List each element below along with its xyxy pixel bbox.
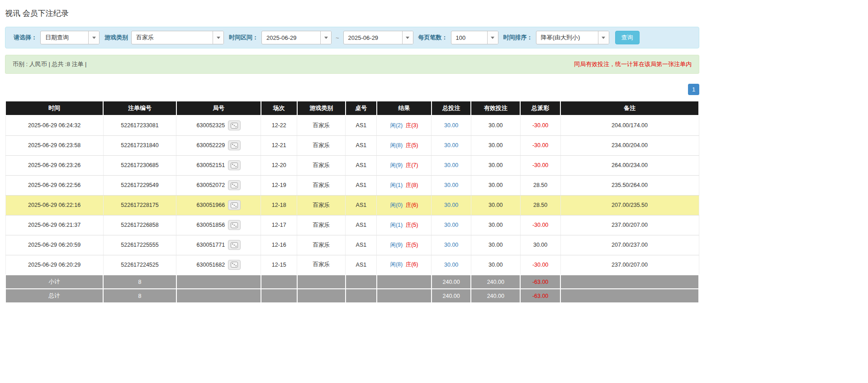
cell-session: 12-17 [261,215,297,235]
result-player: 闲(8) [390,261,403,268]
cell-remark: 207.00/237.00 [560,235,699,255]
cell-round-id: 630052151 [176,155,261,175]
round-detail-button[interactable] [228,120,241,130]
result-banker: 庄(3) [406,122,418,129]
cell-payout: -30.00 [520,255,560,275]
subtotal-valid-bet: 240.00 [471,275,520,289]
total-row: 总计 8 240.00 240.00 -63.00 [5,289,699,303]
result-player: 闲(8) [390,142,403,148]
cell-time: 2025-06-29 06:21:37 [5,215,103,235]
round-detail-button[interactable] [228,200,241,210]
page-button-1[interactable]: 1 [688,84,699,95]
total-bet-link[interactable]: 30.00 [444,162,458,168]
cell-total-bet: 30.00 [432,115,471,135]
total-bet-link[interactable]: 30.00 [444,202,458,208]
total-bet-link[interactable]: 30.00 [444,122,458,129]
header-session: 场次 [261,101,297,115]
date-from-value: 2025-06-29 [262,31,320,44]
subtotal-count: 8 [103,275,176,289]
subtotal-row: 小计 8 240.00 240.00 -63.00 [5,275,699,289]
date-from-dropdown[interactable]: 2025-06-29 [261,31,332,44]
cell-session: 12-15 [261,255,297,275]
round-id-text: 630051856 [197,222,225,228]
cell-valid-bet: 30.00 [471,155,520,175]
game-type-dropdown[interactable]: 百家乐 [131,31,224,44]
cell-game-type: 百家乐 [297,255,346,275]
total-bet-link[interactable]: 30.00 [444,182,458,188]
round-detail-button[interactable] [228,240,241,250]
round-detail-button[interactable] [228,140,241,150]
round-id-text: 630052072 [197,182,225,188]
total-bet-link[interactable]: 30.00 [444,222,458,228]
total-count: 8 [103,289,176,303]
cell-session: 12-16 [261,235,297,255]
dice-icon [231,262,238,268]
cell-table-no: AS1 [346,255,377,275]
cell-time: 2025-06-29 06:20:59 [5,235,103,255]
header-payout: 总派彩 [520,101,560,115]
cell-valid-bet: 30.00 [471,115,520,135]
dice-icon [231,242,238,248]
caret-down-icon[interactable] [320,31,331,44]
result-player: 闲(9) [390,162,403,168]
sort-order-dropdown[interactable]: 降幂(由大到小) [536,31,609,44]
cell-round-id: 630052325 [176,115,261,135]
cell-payout: -30.00 [520,215,560,235]
header-total-bet: 总投注 [432,101,471,115]
cell-round-id: 630052072 [176,175,261,195]
table-row: 2025-06-29 06:23:26 522617230685 6300521… [5,155,699,175]
total-valid-bet: 240.00 [471,289,520,303]
cell-valid-bet: 30.00 [471,255,520,275]
total-bet-link[interactable]: 30.00 [444,262,458,268]
caret-down-icon[interactable] [213,31,223,44]
round-id-text: 630052325 [197,122,225,129]
game-type-label: 游戏类别 [104,34,128,42]
round-detail-button[interactable] [228,220,241,230]
cell-payout: 30.00 [520,235,560,255]
header-remark: 备注 [560,101,699,115]
total-bet-link[interactable]: 30.00 [444,242,458,248]
cell-result: 闲(1) 庄(5) [377,215,432,235]
date-to-dropdown[interactable]: 2025-06-29 [343,31,413,44]
cell-session: 12-19 [261,175,297,195]
caret-down-icon[interactable] [88,31,99,44]
round-detail-button[interactable] [228,180,241,190]
total-bet-link[interactable]: 30.00 [444,142,458,148]
page-title: 视讯 会员下注纪录 [5,8,699,19]
page-size-dropdown[interactable]: 100 [451,31,498,44]
caret-down-icon[interactable] [402,31,413,44]
caret-down-icon[interactable] [487,31,498,44]
cell-total-bet: 30.00 [432,215,471,235]
cell-game-type: 百家乐 [297,235,346,255]
cell-result: 闲(2) 庄(3) [377,115,432,135]
total-label: 总计 [5,289,103,303]
cell-time: 2025-06-29 06:22:16 [5,195,103,215]
search-button[interactable]: 查询 [615,31,640,44]
cell-remark: 264.00/234.00 [560,155,699,175]
cell-payout: -30.00 [520,135,560,155]
round-detail-button[interactable] [228,160,241,170]
round-id-text: 630052229 [197,142,225,148]
main-content: 视讯 会员下注纪录 请选择： 日期查询 游戏类别 百家乐 时间区间： 2025-… [0,0,699,383]
cell-payout: -30.00 [520,155,560,175]
bet-records-table: 时间 注单编号 局号 场次 游戏类别 桌号 结果 总投注 有效投注 总派彩 备注… [5,101,699,303]
dice-icon [231,182,238,188]
cell-result: 闲(9) 庄(7) [377,155,432,175]
round-detail-button[interactable] [228,260,241,270]
table-row: 2025-06-29 06:24:32 522617233081 6300523… [5,115,699,135]
date-range-separator: ~ [335,34,340,41]
currency-summary-text: 币别 : 人民币 | 总共 :8 注单 | [13,60,87,68]
table-body: 2025-06-29 06:24:32 522617233081 6300523… [5,115,699,275]
result-banker: 庄(6) [406,261,418,268]
table-row: 2025-06-29 06:22:56 522617229549 6300520… [5,175,699,195]
table-footer: 小计 8 240.00 240.00 -63.00 总计 8 240.00 24… [5,275,699,303]
query-type-dropdown[interactable]: 日期查询 [40,31,100,44]
header-game-type: 游戏类别 [297,101,346,115]
cell-total-bet: 30.00 [432,135,471,155]
result-banker: 庄(8) [406,182,418,188]
cell-round-id: 630051682 [176,255,261,275]
game-type-value: 百家乐 [132,31,213,44]
caret-down-icon[interactable] [598,31,609,44]
header-time: 时间 [5,101,103,115]
cell-remark: 235.50/264.00 [560,175,699,195]
